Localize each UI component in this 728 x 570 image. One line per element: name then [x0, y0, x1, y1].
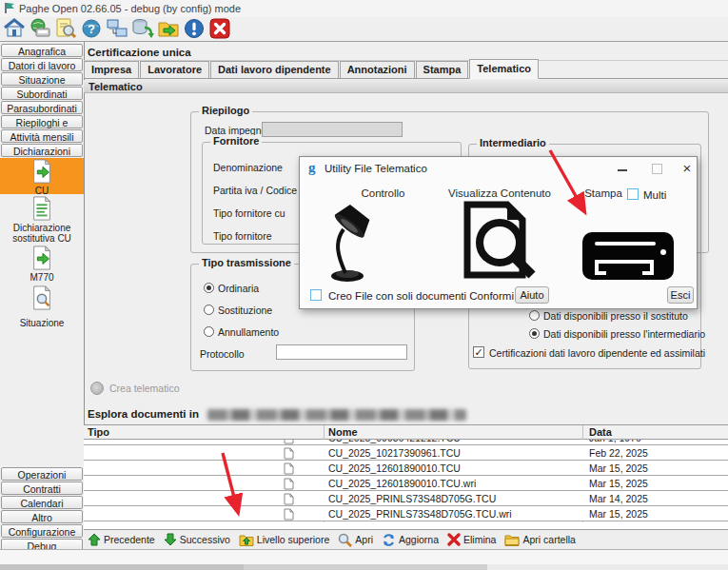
exit-icon[interactable] [208, 17, 231, 40]
radio-sostituzione[interactable] [204, 305, 214, 315]
sidebar-item-subordinati[interactable]: Subordinati [1, 87, 83, 100]
protocollo-field[interactable] [276, 344, 407, 360]
table-row[interactable]: CU_2025_PRINLS73S48D705G.TCU Mar 14, 202… [84, 491, 728, 506]
tab-stampa[interactable]: Stampa [416, 61, 469, 78]
column-tipo[interactable]: Tipo [88, 426, 109, 438]
radio-dati-intermediario-label[interactable]: Dati disponibili presso l'intermediario [543, 328, 705, 340]
denominazione-label: Denominazione [213, 162, 283, 173]
multi-checkbox[interactable] [627, 188, 639, 200]
tab-annotazioni[interactable]: Annotazioni [340, 61, 415, 78]
sidebar-item-situazione[interactable]: Situazione [0, 285, 84, 328]
sidebar-item-altro[interactable]: Altro [1, 510, 83, 523]
arrow-up-icon [88, 533, 101, 546]
tab-lavoratore[interactable]: Lavoratore [140, 61, 209, 78]
aiuto-button[interactable]: Aiuto [515, 286, 549, 304]
situazione-search-icon [30, 285, 54, 310]
radio-annullamento-label[interactable]: Annullamento [218, 326, 279, 338]
apri-cartella-button[interactable]: Apri cartella [504, 533, 575, 546]
elimina-label: Elimina [463, 534, 496, 545]
radio-dati-sostituto[interactable] [529, 310, 540, 321]
file-name: CU_2025_12601890010.TCU [328, 462, 461, 474]
documents-path-redacted [207, 409, 466, 421]
apri-cartella-label: Apri cartella [522, 534, 575, 545]
sidebar-item-riepiloghi-e-modelli[interactable]: Riepiloghi e modelli [1, 115, 83, 128]
close-button[interactable]: × [679, 161, 696, 176]
controllo-lamp-icon[interactable] [325, 201, 377, 283]
file-date: Mar 15, 2025 [589, 508, 648, 520]
print-globe-icon[interactable] [29, 17, 51, 40]
alert-icon[interactable] [183, 17, 206, 40]
file-icon [284, 440, 294, 444]
radio-ordinaria-label[interactable]: Ordinaria [218, 283, 259, 294]
home-icon[interactable] [3, 17, 26, 40]
column-data[interactable]: Data [589, 426, 612, 438]
visualizza-contenuto-icon[interactable] [460, 201, 538, 281]
riepilogo-legend: Riepilogo [199, 105, 252, 116]
successivo-label: Successivo [180, 534, 230, 545]
sidebar-item-cu[interactable]: CU [0, 158, 84, 194]
sidebar-item-contratti[interactable]: Contratti [1, 482, 83, 495]
tab-impresa[interactable]: Impresa [84, 61, 139, 78]
file-date: Mar 15, 2025 [589, 478, 648, 489]
sidebar-item-configurazione[interactable]: Configurazione [1, 524, 83, 538]
stampa-label: Stampa [581, 187, 625, 199]
app-window: Paghe Open 02.66.05 - debug (by config) … [0, 0, 728, 570]
search-document-icon[interactable] [54, 17, 77, 40]
aggiorna-button[interactable]: Aggiorna [382, 533, 439, 547]
sync-database-icon[interactable] [131, 17, 154, 40]
radio-annullamento[interactable] [204, 326, 214, 337]
table-row[interactable]: CU_2025_12601890010.TCU.wri Mar 15, 2025 [84, 476, 728, 491]
successivo-button[interactable]: Successivo [164, 533, 230, 546]
tab-dati-lavoro-dipendente[interactable]: Dati lavoro dipendente [210, 61, 339, 78]
conformi-checkbox[interactable] [310, 289, 322, 301]
sidebar-item-dichiarazioni-annuali[interactable]: Dichiarazioni annuali [1, 144, 83, 157]
controllo-label: Controllo [333, 187, 433, 199]
sidebar-item-operazioni-massive[interactable]: Operazioni massive [1, 467, 83, 481]
help-globe-icon[interactable]: ? [80, 17, 103, 40]
file-icon [284, 478, 294, 490]
livello-superiore-button[interactable]: Livello superiore [239, 533, 329, 546]
network-icon[interactable] [106, 17, 128, 40]
precedente-button[interactable]: Precedente [88, 533, 155, 546]
folder-export-icon[interactable] [157, 17, 180, 40]
file-name: CU_2025_10217390961.TCU [328, 447, 461, 459]
sidebar-item-parasubordinati[interactable]: Parasubordinati [1, 101, 83, 114]
certificazioni-checkbox-label[interactable]: Certificazioni dati lavoro dipendente ed… [489, 347, 705, 359]
certificazioni-checkbox[interactable] [473, 346, 484, 358]
status-segment [487, 564, 728, 570]
stampa-printer-icon[interactable] [581, 231, 675, 281]
main-toolbar: ? [0, 17, 728, 41]
file-name: CU_2025_PRINLS73S48D705G.TCU.wri [328, 508, 512, 520]
apri-button[interactable]: Apri [338, 533, 373, 547]
status-segment [0, 564, 244, 570]
sidebar-item-m770[interactable]: M770 [0, 246, 84, 283]
sidebar-item-anagrafica[interactable]: Anagrafica [1, 44, 83, 57]
table-row[interactable]: CU_2025_10217390961.TCU Feb 22, 2025 [84, 445, 728, 461]
crea-telematico-button[interactable]: Crea telematico [90, 380, 180, 397]
minimize-button[interactable] [614, 161, 631, 176]
table-row[interactable]: CU_2025_PRINLS73S48D705G.TCU.wri Mar 15,… [84, 506, 728, 521]
elimina-button[interactable]: Elimina [447, 533, 496, 546]
radio-dati-intermediario[interactable] [529, 328, 540, 339]
conformi-checkbox-label[interactable]: Creo File con soli documenti Conformi [328, 290, 514, 302]
sidebar-item-attivita-mensili[interactable]: Attività mensili [1, 129, 83, 143]
sidebar-item-dichiarazione-sostitutiva-cu[interactable]: Dichiarazione sostitutiva CU [0, 196, 84, 244]
window-title: Paghe Open 02.66.05 - debug (by config) … [19, 3, 241, 14]
multi-checkbox-label[interactable]: Multi [643, 189, 666, 201]
sidebar-item-datori-di-lavoro[interactable]: Datori di lavoro [1, 58, 83, 71]
file-toolbar: Precedente Successivo Livello superiore … [84, 529, 728, 549]
precedente-label: Precedente [104, 534, 155, 545]
maximize-button[interactable] [648, 161, 665, 176]
sidebar-item-situazione-mensile[interactable]: Situazione mensile [1, 72, 83, 86]
radio-ordinaria[interactable] [204, 283, 214, 293]
column-nome[interactable]: Nome [328, 426, 358, 438]
sidebar-item-calendari[interactable]: Calendari [1, 496, 83, 509]
visualizza-contenuto-label: Visualizza Contenuto [438, 187, 561, 199]
radio-dati-sostituto-label[interactable]: Dati disponibili presso il sostituto [543, 310, 688, 322]
esci-button[interactable]: Esci [667, 286, 694, 304]
tab-telematico[interactable]: Telematico [469, 59, 539, 79]
magnifier-icon [338, 533, 352, 547]
radio-sostituzione-label[interactable]: Sostituzione [218, 305, 272, 316]
table-row[interactable]: CU_2025_12601890010.TCU Mar 15, 2025 [84, 461, 728, 476]
page-title: Certificazione unica [88, 47, 191, 58]
